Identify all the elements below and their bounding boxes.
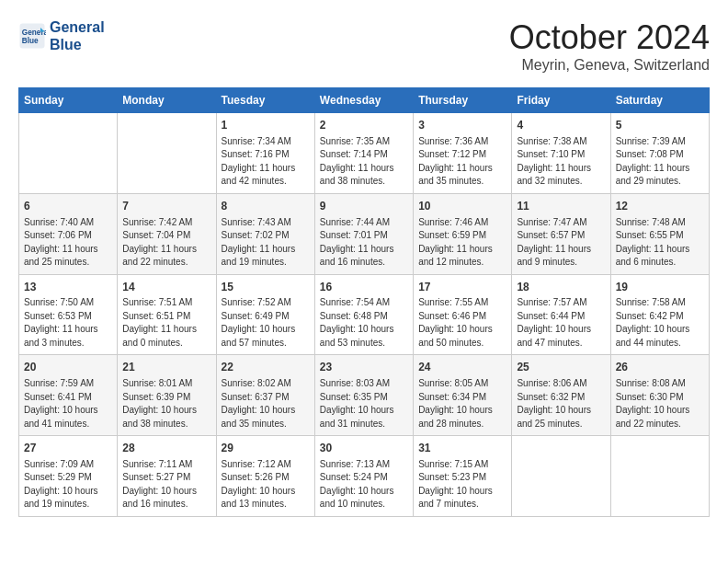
- day-info: Sunrise: 7:35 AMSunset: 7:14 PMDaylight:…: [320, 135, 408, 189]
- calendar-header: SundayMondayTuesdayWednesdayThursdayFrid…: [19, 88, 710, 113]
- calendar-cell: 26Sunrise: 8:08 AMSunset: 6:30 PMDayligh…: [610, 355, 709, 436]
- day-info: Sunrise: 7:43 AMSunset: 7:02 PMDaylight:…: [222, 216, 310, 270]
- day-info: Sunrise: 7:47 AMSunset: 6:57 PMDaylight:…: [517, 216, 605, 270]
- calendar-cell: 18Sunrise: 7:57 AMSunset: 6:44 PMDayligh…: [512, 274, 610, 355]
- calendar-cell: 11Sunrise: 7:47 AMSunset: 6:57 PMDayligh…: [512, 193, 610, 274]
- calendar-week-2: 6Sunrise: 7:40 AMSunset: 7:06 PMDaylight…: [19, 193, 710, 274]
- day-number: 28: [122, 441, 210, 456]
- day-number: 2: [320, 118, 408, 133]
- day-info: Sunrise: 7:38 AMSunset: 7:10 PMDaylight:…: [517, 135, 605, 189]
- day-info: Sunrise: 7:11 AMSunset: 5:27 PMDaylight:…: [122, 458, 210, 511]
- day-number: 17: [418, 280, 506, 295]
- calendar-cell: 27Sunrise: 7:09 AMSunset: 5:29 PMDayligh…: [19, 436, 118, 517]
- logo: General Blue General Blue: [18, 18, 105, 53]
- calendar-cell: [118, 113, 216, 194]
- day-number: 23: [320, 360, 408, 375]
- calendar-cell: 20Sunrise: 7:59 AMSunset: 6:41 PMDayligh…: [19, 355, 118, 436]
- calendar-cell: 14Sunrise: 7:51 AMSunset: 6:51 PMDayligh…: [118, 274, 216, 355]
- column-header-monday: Monday: [118, 88, 216, 113]
- day-number: 27: [24, 441, 112, 456]
- day-number: 29: [222, 441, 310, 456]
- day-info: Sunrise: 7:34 AMSunset: 7:16 PMDaylight:…: [222, 135, 310, 189]
- calendar-week-5: 27Sunrise: 7:09 AMSunset: 5:29 PMDayligh…: [19, 436, 710, 517]
- day-info: Sunrise: 8:02 AMSunset: 6:37 PMDaylight:…: [222, 377, 310, 431]
- svg-text:Blue: Blue: [22, 37, 39, 45]
- day-number: 1: [222, 118, 310, 133]
- day-number: 12: [616, 199, 704, 214]
- day-number: 21: [122, 360, 210, 375]
- calendar-cell: 4Sunrise: 7:38 AMSunset: 7:10 PMDaylight…: [512, 113, 610, 194]
- column-header-friday: Friday: [512, 88, 610, 113]
- day-info: Sunrise: 7:48 AMSunset: 6:55 PMDaylight:…: [616, 216, 704, 270]
- day-info: Sunrise: 8:08 AMSunset: 6:30 PMDaylight:…: [616, 377, 704, 431]
- logo-text-line1: General: [50, 18, 105, 36]
- day-number: 20: [24, 360, 112, 375]
- day-info: Sunrise: 8:06 AMSunset: 6:32 PMDaylight:…: [517, 377, 605, 431]
- day-number: 30: [320, 441, 408, 456]
- calendar-cell: 6Sunrise: 7:40 AMSunset: 7:06 PMDaylight…: [19, 193, 118, 274]
- day-number: 15: [222, 280, 310, 295]
- day-info: Sunrise: 8:01 AMSunset: 6:39 PMDaylight:…: [122, 377, 210, 431]
- calendar-cell: 30Sunrise: 7:13 AMSunset: 5:24 PMDayligh…: [314, 436, 413, 517]
- day-number: 13: [24, 280, 112, 295]
- day-number: 5: [616, 118, 704, 133]
- day-number: 7: [122, 199, 210, 214]
- calendar-cell: 1Sunrise: 7:34 AMSunset: 7:16 PMDaylight…: [216, 113, 314, 194]
- column-header-tuesday: Tuesday: [216, 88, 314, 113]
- day-info: Sunrise: 7:36 AMSunset: 7:12 PMDaylight:…: [418, 135, 506, 189]
- day-number: 3: [418, 118, 506, 133]
- day-info: Sunrise: 7:58 AMSunset: 6:42 PMDaylight:…: [616, 296, 704, 350]
- calendar-cell: 9Sunrise: 7:44 AMSunset: 7:01 PMDaylight…: [314, 193, 413, 274]
- calendar-cell: 25Sunrise: 8:06 AMSunset: 6:32 PMDayligh…: [512, 355, 610, 436]
- calendar-cell: 15Sunrise: 7:52 AMSunset: 6:49 PMDayligh…: [216, 274, 314, 355]
- calendar-cell: 31Sunrise: 7:15 AMSunset: 5:23 PMDayligh…: [414, 436, 512, 517]
- day-info: Sunrise: 7:52 AMSunset: 6:49 PMDaylight:…: [222, 296, 310, 350]
- month-title: October 2024: [509, 18, 710, 57]
- calendar-cell: 29Sunrise: 7:12 AMSunset: 5:26 PMDayligh…: [216, 436, 314, 517]
- calendar-cell: 28Sunrise: 7:11 AMSunset: 5:27 PMDayligh…: [118, 436, 216, 517]
- day-info: Sunrise: 7:13 AMSunset: 5:24 PMDaylight:…: [320, 458, 408, 511]
- calendar-cell: 3Sunrise: 7:36 AMSunset: 7:12 PMDaylight…: [414, 113, 512, 194]
- day-number: 18: [517, 280, 605, 295]
- day-number: 9: [320, 199, 408, 214]
- day-number: 14: [122, 280, 210, 295]
- day-number: 31: [418, 441, 506, 456]
- calendar-table: SundayMondayTuesdayWednesdayThursdayFrid…: [18, 87, 710, 517]
- column-header-saturday: Saturday: [610, 88, 709, 113]
- calendar-body: 1Sunrise: 7:34 AMSunset: 7:16 PMDaylight…: [19, 113, 710, 517]
- day-info: Sunrise: 7:50 AMSunset: 6:53 PMDaylight:…: [24, 296, 112, 350]
- calendar-cell: 7Sunrise: 7:42 AMSunset: 7:04 PMDaylight…: [118, 193, 216, 274]
- calendar-cell: [610, 436, 709, 517]
- day-info: Sunrise: 7:39 AMSunset: 7:08 PMDaylight:…: [616, 135, 704, 189]
- day-info: Sunrise: 7:46 AMSunset: 6:59 PMDaylight:…: [418, 216, 506, 270]
- day-number: 4: [517, 118, 605, 133]
- calendar-cell: 12Sunrise: 7:48 AMSunset: 6:55 PMDayligh…: [610, 193, 709, 274]
- column-header-sunday: Sunday: [19, 88, 118, 113]
- column-header-thursday: Thursday: [414, 88, 512, 113]
- calendar-cell: 13Sunrise: 7:50 AMSunset: 6:53 PMDayligh…: [19, 274, 118, 355]
- calendar-cell: [19, 113, 118, 194]
- day-number: 8: [222, 199, 310, 214]
- logo-icon: General Blue: [18, 22, 46, 50]
- day-info: Sunrise: 8:05 AMSunset: 6:34 PMDaylight:…: [418, 377, 506, 431]
- day-number: 16: [320, 280, 408, 295]
- day-info: Sunrise: 8:03 AMSunset: 6:35 PMDaylight:…: [320, 377, 408, 431]
- day-info: Sunrise: 7:09 AMSunset: 5:29 PMDaylight:…: [24, 458, 112, 511]
- day-number: 10: [418, 199, 506, 214]
- calendar-week-4: 20Sunrise: 7:59 AMSunset: 6:41 PMDayligh…: [19, 355, 710, 436]
- day-info: Sunrise: 7:59 AMSunset: 6:41 PMDaylight:…: [24, 377, 112, 431]
- svg-text:General: General: [22, 29, 46, 37]
- day-info: Sunrise: 7:57 AMSunset: 6:44 PMDaylight:…: [517, 296, 605, 350]
- day-number: 22: [222, 360, 310, 375]
- calendar-cell: 2Sunrise: 7:35 AMSunset: 7:14 PMDaylight…: [314, 113, 413, 194]
- location-title: Meyrin, Geneva, Switzerland: [509, 57, 710, 74]
- day-info: Sunrise: 7:44 AMSunset: 7:01 PMDaylight:…: [320, 216, 408, 270]
- calendar-cell: 22Sunrise: 8:02 AMSunset: 6:37 PMDayligh…: [216, 355, 314, 436]
- day-number: 26: [616, 360, 704, 375]
- calendar-week-3: 13Sunrise: 7:50 AMSunset: 6:53 PMDayligh…: [19, 274, 710, 355]
- calendar-cell: 23Sunrise: 8:03 AMSunset: 6:35 PMDayligh…: [314, 355, 413, 436]
- day-info: Sunrise: 7:15 AMSunset: 5:23 PMDaylight:…: [418, 458, 506, 511]
- calendar-cell: 16Sunrise: 7:54 AMSunset: 6:48 PMDayligh…: [314, 274, 413, 355]
- day-info: Sunrise: 7:40 AMSunset: 7:06 PMDaylight:…: [24, 216, 112, 270]
- day-number: 11: [517, 199, 605, 214]
